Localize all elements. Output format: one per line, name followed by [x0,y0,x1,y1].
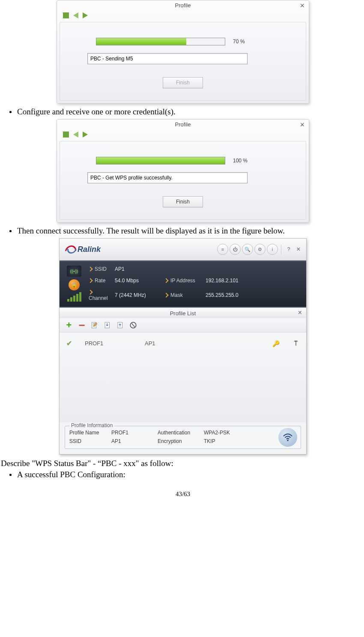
progress-percent-label: 70 % [233,39,245,45]
bullet-connect: Then connect successfully. The result wi… [9,226,364,236]
chevron-right-icon [88,278,92,283]
dialog-toolbar [57,129,309,141]
toolbar-search-icon[interactable]: 🔍 [242,244,253,255]
profile-list-titlebar: Profile List × [60,308,306,318]
progress-row: 70 % [96,38,295,45]
progress-row: 100 % [96,157,295,164]
close-icon[interactable]: × [298,309,302,317]
profile-row-ap: AP1 [145,340,188,347]
dialog-toolbar [57,10,309,22]
close-icon[interactable]: × [294,245,303,253]
dialog-body: 100 % Finish [60,141,306,220]
finish-button: Finish [163,77,203,88]
toolbar-settings-icon[interactable]: ⚙ [254,244,266,255]
ralink-head: Ralink ≡ ⏻ 🔍 ⚙ i ? × [60,239,306,260]
label-ip: IP Address [170,278,195,284]
close-icon[interactable]: × [300,120,304,129]
profile-list-toolbar: + − [60,318,306,332]
label-ssid: SSID [95,266,107,272]
profile-row[interactable]: ✔ PROF1 AP1 🔑 [65,337,301,350]
connection-status-panel: ((•)) 🔒 SSID AP1 Rate 54.0 Mbps IP Addre… [60,260,306,308]
back-arrow-icon[interactable] [73,12,78,18]
svg-point-4 [295,341,297,342]
profile-info-group: Profile Information Profile Name PROF1 A… [65,426,301,449]
chevron-right-icon [164,293,168,297]
close-icon[interactable]: × [300,1,304,10]
value-channel: 7 (2442 MHz) [115,292,162,298]
brand-text: Ralink [78,245,101,254]
chevron-right-icon [164,278,168,283]
chevron-right-icon [88,267,92,272]
dialog-title: Profile [175,2,191,9]
bullet-configure: Configure and receive one or more creden… [9,107,364,117]
remove-profile-icon[interactable]: − [78,321,86,329]
status-icon-stack: ((•)) 🔒 [64,266,84,302]
key-icon: 🔑 [272,340,280,347]
label-ssid: SSID [69,438,108,444]
ralink-window: Ralink ≡ ⏻ 🔍 ⚙ i ? × ((•)) 🔒 SSID AP1 Ra… [59,238,307,455]
value-rate: 54.0 Mbps [115,278,162,284]
back-arrow-icon[interactable] [73,132,78,138]
value-profile-name: PROF1 [111,430,154,436]
export-profile-icon[interactable] [116,321,125,329]
progress-bar [96,38,225,45]
dialog-titlebar: Profile × [57,0,309,10]
toolbar-power-icon[interactable]: ⏻ [230,244,241,255]
lock-icon: 🔒 [69,279,80,290]
label-mask: Mask [170,292,183,298]
toolbar-list-icon[interactable]: ≡ [217,244,228,255]
toolbar-info-icon[interactable]: i [267,244,278,255]
signal-strength-icon [67,293,81,302]
import-profile-icon[interactable] [103,321,112,329]
radar-icon: ((•)) [67,266,81,277]
wps-status-input [87,172,248,183]
value-mask: 255.255.255.0 [206,292,248,298]
ralink-toolbar: ≡ ⏻ 🔍 ⚙ i ? × [217,244,303,255]
profile-dialog-2: Profile × 100 % Finish [57,119,309,223]
value-enc: TKIP [204,438,242,444]
value-ssid: AP1 [115,266,162,272]
ralink-swirl-icon [66,245,75,253]
dialog-title: Profile [175,121,191,128]
profile-list: ✔ PROF1 AP1 🔑 [60,332,306,422]
add-profile-icon[interactable]: + [65,321,73,329]
forward-arrow-icon[interactable] [83,132,88,138]
progress-percent-label: 100 % [233,158,248,164]
stop-icon[interactable] [63,132,69,138]
value-ssid: AP1 [111,438,154,444]
edit-profile-icon[interactable] [90,321,99,329]
status-grid: SSID AP1 Rate 54.0 Mbps IP Address 192.1… [84,266,302,302]
label-rate: Rate [95,278,105,284]
chevron-right-icon [88,290,92,294]
check-icon: ✔ [66,339,72,347]
profile-list-title: Profile List [170,310,196,317]
label-enc: Encryption [158,438,200,444]
svg-point-5 [287,440,289,441]
value-ip: 192.168.2.101 [206,278,248,284]
dialog-titlebar: Profile × [57,120,309,129]
toolbar-separator [281,245,281,254]
wps-status-input [87,53,248,64]
bullet-success-config: A successful PBC Configuration: [9,470,364,479]
wifi-emblem-icon [278,428,297,447]
label-auth: Authentication [158,430,200,436]
progress-fill [96,157,225,164]
help-icon[interactable]: ? [284,246,293,252]
label-profile-name: Profile Name [69,430,108,436]
forward-arrow-icon[interactable] [83,12,88,18]
wps-icon[interactable] [129,321,137,329]
ralink-logo: Ralink [66,245,101,254]
finish-button[interactable]: Finish [163,196,203,207]
profile-row-name: PROF1 [85,340,132,347]
progress-fill [96,38,186,45]
label-channel: Channel [89,295,108,301]
page-number: 43/63 [1,490,364,498]
stop-icon[interactable] [63,12,69,18]
dialog-body: 70 % Finish [60,22,306,101]
profile-dialog-1: Profile × 70 % Finish [57,0,309,104]
value-auth: WPA2-PSK [204,430,242,436]
profile-info-legend: Profile Information [69,422,114,428]
progress-bar [96,157,225,164]
antenna-icon [292,339,299,347]
describe-paragraph: Describe "WPS Status Bar" - “PBC - xxx" … [1,459,364,468]
